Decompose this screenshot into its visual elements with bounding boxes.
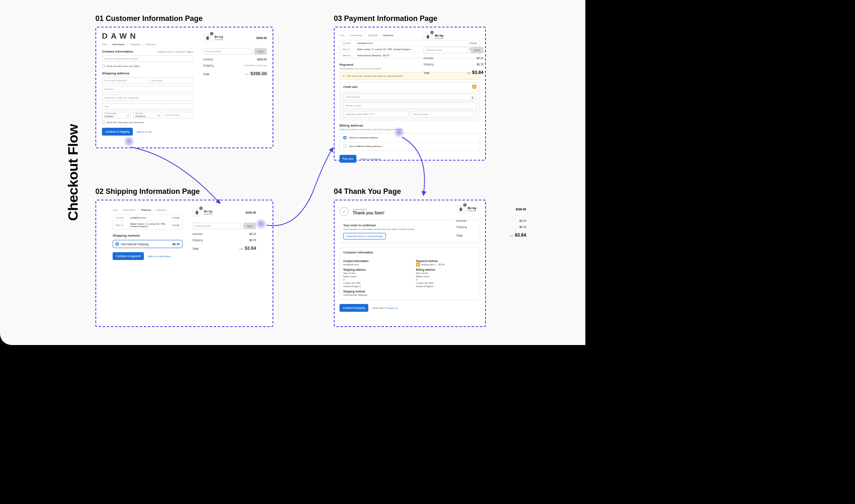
apartment-field[interactable]: Apartment, suite, etc. (optional): [102, 94, 193, 101]
check-circle-icon: ✓: [340, 207, 349, 216]
change-shipto-link[interactable]: Change: [172, 224, 180, 226]
breadcrumbs: Cart Information Shipping Payment: [102, 43, 193, 46]
continue-to-payment-button[interactable]: Continue to payment: [113, 252, 144, 260]
panel-03-title: 03 Payment Information Page: [334, 14, 437, 23]
apply-discount-button[interactable]: Apply: [243, 223, 256, 229]
card-name-field[interactable]: Name on card: [343, 102, 476, 109]
card-brand-icon: B: [472, 85, 476, 89]
address-field[interactable]: Address: [102, 86, 193, 92]
email-field[interactable]: Email or mobile phone number: [102, 55, 193, 62]
radio-on-icon: [116, 242, 119, 246]
payment-heading: Payment: [340, 63, 353, 67]
pay-now-button[interactable]: Pay now: [340, 155, 356, 163]
news-checkbox[interactable]: Email me with news and offers: [102, 64, 193, 67]
discount-field[interactable]: Discount code: [192, 223, 241, 229]
firstname-field[interactable]: First name (optional): [102, 77, 147, 84]
product-thumb: 1: [203, 33, 212, 42]
apply-discount-button[interactable]: Apply: [254, 48, 267, 55]
store-logo: DAWN: [102, 32, 193, 41]
breadcrumbs: Cart Information Shipping Payment: [113, 209, 183, 211]
apply-discount-button[interactable]: Apply: [471, 47, 483, 53]
card-cvc-field[interactable]: Security code?: [411, 111, 477, 117]
radio-off-icon: [343, 145, 347, 148]
product-thumb: 1: [423, 32, 432, 41]
return-to-shipping-link[interactable]: Return to shipping: [360, 158, 381, 160]
help-icon: ?: [473, 113, 474, 115]
postal-field[interactable]: Postal code: [164, 112, 193, 118]
discount-field[interactable]: Discount code: [423, 47, 469, 53]
lastname-field[interactable]: Last name: [149, 77, 194, 84]
flow-arrows: [0, 0, 585, 345]
change-contact-link[interactable]: Change: [172, 216, 180, 219]
login-link[interactable]: Log in: [187, 51, 193, 53]
shipping-option[interactable]: International Shipping $0.70: [113, 240, 183, 248]
card-expiry-field[interactable]: Expiration date (MM / YY): [343, 111, 409, 117]
radio-on-icon: [343, 136, 347, 139]
return-to-information-link[interactable]: Return to information: [148, 255, 171, 258]
panel-01: DAWN Cart Information Shipping Payment C…: [95, 27, 273, 148]
shipping-method-heading: Shipping method: [113, 234, 139, 237]
billing-same-option[interactable]: Same as shipping address: [340, 133, 480, 142]
diagram-title: Checkout Flow: [65, 124, 81, 221]
continue-shopping-button[interactable]: Continue shopping: [340, 304, 368, 312]
city-field[interactable]: City: [102, 103, 193, 110]
billing-diff-option[interactable]: Use a different billing address: [340, 142, 480, 150]
lock-icon: 🔒: [471, 96, 474, 99]
panel-03-summary: 1 Bo IvyEmerald Discount code Apply Subt…: [423, 30, 483, 75]
product-thumb: 1: [192, 208, 201, 217]
shipping-heading: Shipping address: [102, 71, 129, 75]
contact-us-link[interactable]: Contact us: [386, 307, 398, 309]
panel-04-title: 04 Thank You Page: [334, 187, 401, 196]
download-shop-button[interactable]: Download Shop to track package: [343, 233, 386, 239]
product-thumb: 1: [456, 205, 465, 214]
panel-02: Cart Information Shipping Payment Contac…: [95, 200, 273, 327]
continue-to-shipping-button[interactable]: Continue to shipping: [102, 128, 133, 136]
panel-02-title: 02 Shipping Information Page: [95, 187, 200, 196]
save-info-checkbox[interactable]: Save this information for next time: [102, 121, 193, 124]
contact-heading: Contact information: [102, 50, 133, 53]
discount-field[interactable]: Discount code: [203, 48, 252, 55]
warning-icon: ⚠: [342, 74, 344, 77]
panel-04-summary: 1 Bo IvyEmerald $390.00 Subtotal$3.14 Sh…: [456, 203, 526, 237]
diagram-stage: Checkout Flow 01 Customer Information Pa…: [0, 0, 585, 345]
province-select[interactable]: ProvinceProvince: [133, 112, 162, 118]
country-select[interactable]: Country/regionCanada: [102, 112, 131, 118]
return-to-cart-link[interactable]: Return to cart: [137, 131, 152, 133]
billing-heading: Billing address: [340, 124, 363, 127]
card-number-field[interactable]: Card number🔒: [343, 94, 476, 100]
panel-01-title: 01 Customer Information Page: [95, 14, 203, 23]
